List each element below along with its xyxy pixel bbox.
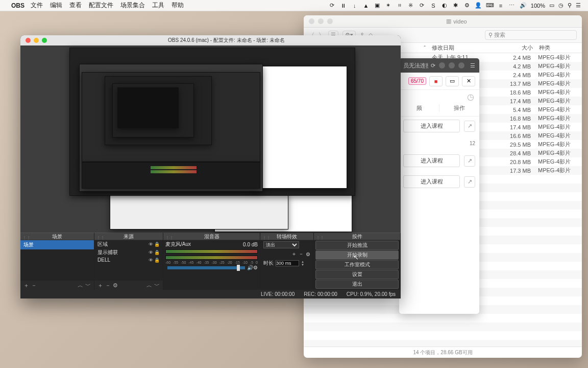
- status-icon[interactable]: ⌗: [396, 2, 403, 9]
- minimize-icon[interactable]: [318, 18, 324, 24]
- volume-icon[interactable]: 🔊: [520, 2, 527, 9]
- source-item[interactable]: 显示捕获👁🔒: [94, 248, 163, 257]
- status-icon[interactable]: ◐: [441, 2, 448, 9]
- lock-icon[interactable]: 🔒: [154, 250, 160, 255]
- controls-title: 按件: [352, 234, 362, 239]
- menu-help[interactable]: 帮助: [172, 1, 184, 10]
- volume-slider[interactable]: [167, 266, 245, 269]
- enter-class-button[interactable]: 进入课程: [403, 175, 460, 188]
- col-size[interactable]: 大小: [495, 43, 536, 53]
- menu-file[interactable]: 文件: [31, 1, 43, 10]
- duration-input[interactable]: [276, 260, 299, 266]
- lock-icon[interactable]: 🔒: [154, 242, 160, 247]
- sort-indicator-icon[interactable]: ˆ: [424, 45, 426, 51]
- status-icon[interactable]: ✱: [452, 2, 459, 9]
- settings-button[interactable]: 设置: [315, 270, 399, 279]
- tab-video[interactable]: 频: [399, 104, 439, 112]
- eye-icon[interactable]: 👁: [149, 250, 153, 255]
- add-source-button[interactable]: ＋: [97, 282, 103, 289]
- open-external-icon[interactable]: ↗: [464, 121, 475, 132]
- exit-button[interactable]: 退出: [315, 280, 399, 289]
- add-scene-button[interactable]: ＋: [23, 282, 29, 289]
- menu-scene-collection[interactable]: 场景集合: [120, 1, 145, 10]
- close-button[interactable]: ✕: [462, 76, 475, 86]
- camera-button[interactable]: ▭: [446, 76, 459, 86]
- status-icon[interactable]: ≡: [497, 3, 504, 9]
- mixer-settings-icon[interactable]: ⚙: [253, 265, 258, 270]
- menu-view[interactable]: 查看: [69, 1, 82, 10]
- status-icon[interactable]: ⌨: [486, 2, 493, 9]
- obs-window: OBS 24.0.6 (mac) - 配置文件: 未命名 - 场景: 未命名 ⋮…: [20, 35, 401, 298]
- enter-class-button[interactable]: 进入课程: [403, 154, 460, 167]
- status-icon[interactable]: S: [430, 3, 437, 9]
- status-icon[interactable]: ▲: [362, 3, 370, 9]
- finder-search[interactable]: ⚲ 搜索: [485, 30, 577, 40]
- speaker-icon[interactable]: 🔊: [247, 265, 253, 270]
- status-icon[interactable]: ⏸: [340, 3, 347, 9]
- status-icon[interactable]: ⋯: [508, 2, 516, 9]
- status-icon[interactable]: ⚙: [463, 2, 471, 9]
- eye-icon[interactable]: 👁: [149, 242, 153, 247]
- maximize-icon[interactable]: [42, 38, 47, 43]
- minimize-icon[interactable]: [34, 38, 39, 43]
- app-name[interactable]: OBS: [11, 2, 24, 9]
- source-down-button[interactable]: ﹀: [154, 282, 160, 289]
- tab-actions[interactable]: 操作: [439, 104, 479, 112]
- close-icon[interactable]: [458, 62, 464, 68]
- start-record-button[interactable]: 开始录制: [315, 250, 399, 260]
- source-item[interactable]: 区域👁🔒: [94, 240, 163, 248]
- scene-item[interactable]: 场景: [20, 240, 94, 249]
- record-button[interactable]: ■: [429, 76, 443, 86]
- hamburger-icon[interactable]: ☰: [470, 62, 475, 69]
- menu-edit[interactable]: 编辑: [50, 1, 62, 10]
- transition-settings-button[interactable]: ⚙: [306, 251, 310, 257]
- menu-tools[interactable]: 工具: [152, 1, 164, 10]
- status-icon[interactable]: ⟳: [419, 2, 426, 9]
- menu-profile[interactable]: 配置文件: [89, 1, 113, 10]
- controls-panel: ⋮⋮按件 开始推流 开始录制 工作室模式 设置 退出: [314, 233, 401, 290]
- status-icon[interactable]: ↓: [351, 3, 358, 9]
- classroom-title: 员无法连接教师): [403, 62, 428, 70]
- stepper-down-icon[interactable]: ▼: [301, 263, 304, 266]
- battery-icon[interactable]: ▭: [549, 2, 554, 9]
- close-icon[interactable]: [26, 38, 31, 43]
- finder-titlebar[interactable]: ▥video: [304, 15, 582, 28]
- open-external-icon[interactable]: ↗: [464, 155, 475, 167]
- add-transition-button[interactable]: ＋: [291, 250, 297, 258]
- scene-up-button[interactable]: ︿: [78, 282, 83, 289]
- close-icon[interactable]: [309, 18, 314, 24]
- status-icon[interactable]: ※: [407, 2, 414, 9]
- status-icon[interactable]: ⟳: [329, 2, 336, 9]
- obs-titlebar[interactable]: OBS 24.0.6 (mac) - 配置文件: 未命名 - 场景: 未命名: [20, 35, 401, 45]
- remove-source-button[interactable]: －: [105, 282, 111, 289]
- search-icon[interactable]: ⚲: [568, 2, 572, 9]
- minimize-icon[interactable]: [439, 62, 445, 68]
- remove-scene-button[interactable]: －: [31, 282, 37, 289]
- enter-class-button[interactable]: 进入课程: [403, 120, 460, 132]
- transition-select[interactable]: 淡出: [263, 241, 299, 248]
- clock-icon[interactable]: ◷: [558, 2, 564, 9]
- source-up-button[interactable]: ︿: [146, 282, 152, 289]
- maximize-icon[interactable]: [449, 62, 455, 68]
- start-stream-button[interactable]: 开始推流: [315, 241, 399, 250]
- refresh-icon[interactable]: ⟳: [431, 62, 435, 69]
- obs-preview[interactable]: [20, 45, 401, 233]
- open-external-icon[interactable]: ↗: [464, 176, 475, 188]
- classroom-titlebar[interactable]: 员无法连接教师) ⟳ ☰: [399, 58, 479, 73]
- col-type[interactable]: 种类: [536, 43, 582, 53]
- eye-icon[interactable]: 👁: [149, 258, 153, 263]
- sources-title: 来源: [124, 234, 134, 239]
- status-icon[interactable]: ✶: [385, 2, 392, 9]
- class-count: 65/70: [408, 77, 426, 85]
- maximize-icon[interactable]: [327, 18, 333, 24]
- lock-icon[interactable]: 🔒: [154, 258, 160, 263]
- status-icon[interactable]: ▣: [374, 2, 381, 9]
- scene-down-button[interactable]: ﹀: [85, 282, 91, 289]
- studio-mode-button[interactable]: 工作室模式: [315, 260, 399, 269]
- source-item[interactable]: DELL👁🔒: [94, 257, 163, 263]
- list-icon[interactable]: ☰: [576, 2, 581, 9]
- col-date[interactable]: 修改日期: [429, 43, 495, 53]
- source-settings-button[interactable]: ⚙: [113, 282, 118, 289]
- status-icon[interactable]: 👤: [475, 2, 482, 9]
- remove-transition-button[interactable]: －: [299, 250, 304, 258]
